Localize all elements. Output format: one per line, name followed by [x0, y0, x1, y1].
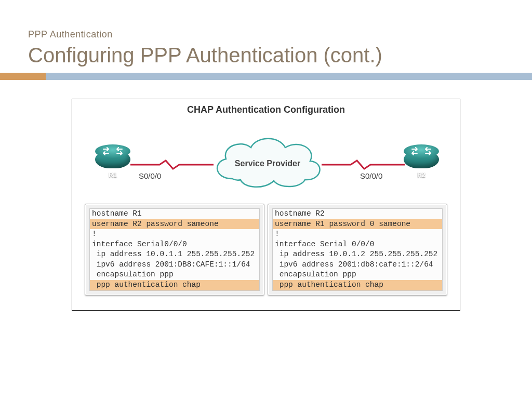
- config-text-r2: hostname R2username R1 password 0 sameon…: [272, 208, 443, 291]
- diagram-frame: CHAP Authentication Configuration: [72, 99, 460, 311]
- config-text-r1: hostname R1username R2 password sameone!…: [89, 208, 260, 291]
- config-line: username R2 password sameone: [90, 219, 259, 230]
- config-line: encapsulation ppp: [90, 270, 259, 280]
- cloud-icon: Service Provider: [207, 132, 328, 194]
- config-line: encapsulation ppp: [273, 270, 442, 280]
- config-line: !: [90, 229, 259, 240]
- config-area: hostname R1username R2 password sameone!…: [72, 204, 460, 296]
- serial-link-left: [130, 159, 214, 170]
- config-line: ip address 10.0.1.1 255.255.255.252: [90, 249, 259, 260]
- config-line: username R1 password 0 sameone: [273, 219, 442, 230]
- router-r2-icon: R2: [404, 151, 439, 177]
- divider-bar: [0, 73, 532, 80]
- slide-subtitle: PPP Authentication: [28, 29, 113, 40]
- config-line: ppp authentication chap: [273, 280, 442, 290]
- config-line: ipv6 address 2001:DB8:CAFE:1::1/64: [90, 260, 259, 270]
- slide-title: Configuring PPP Authentication (cont.): [28, 44, 382, 67]
- network-topology: R1 S0/0/0 Service Provider: [72, 115, 460, 204]
- config-box-r1: hostname R1username R2 password sameone!…: [85, 204, 264, 296]
- config-line: hostname R1: [90, 209, 259, 219]
- router-r1-label: R1: [95, 171, 130, 179]
- divider-accent: [0, 73, 46, 80]
- config-line: ip address 10.0.1.2 255.255.255.252: [273, 249, 442, 260]
- router-r1-icon: R1: [95, 151, 130, 177]
- config-line: interface Serial0/0/0: [90, 240, 259, 250]
- cloud-label: Service Provider: [207, 159, 328, 168]
- diagram-title: CHAP Authentication Configuration: [72, 104, 460, 115]
- config-line: ipv6 address 2001:db8:cafe:1::2/64: [273, 260, 442, 270]
- config-line: hostname R2: [273, 209, 442, 219]
- config-box-r2: hostname R2username R1 password 0 sameon…: [268, 204, 447, 296]
- config-line: !: [273, 229, 442, 240]
- router-r2-label: R2: [404, 171, 439, 179]
- interface-label-left: S0/0/0: [139, 171, 161, 180]
- config-line: ppp authentication chap: [90, 280, 259, 290]
- serial-link-right: [322, 159, 405, 170]
- interface-label-right: S0/0/0: [360, 171, 382, 180]
- config-line: interface Serial 0/0/0: [273, 240, 442, 250]
